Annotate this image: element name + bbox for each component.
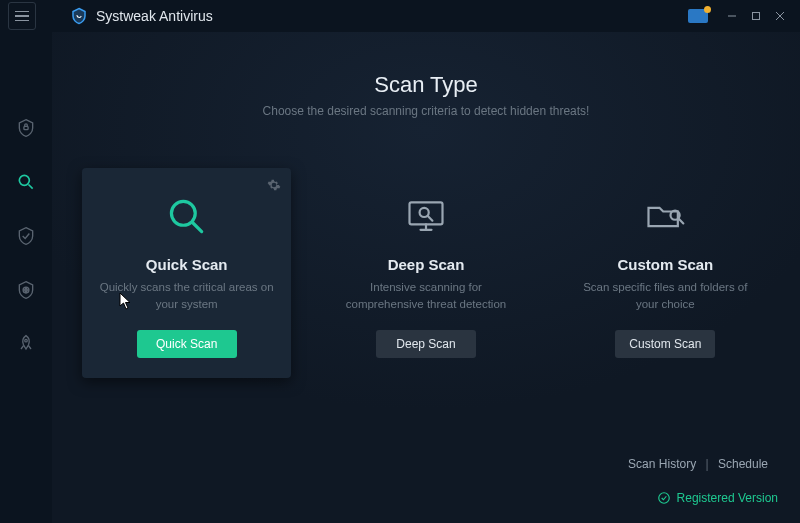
sidebar (0, 32, 52, 523)
svg-line-16 (428, 216, 433, 221)
search-icon (165, 190, 209, 244)
menu-button[interactable] (8, 2, 36, 30)
custom-scan-button[interactable]: Custom Scan (615, 330, 715, 358)
registered-label: Registered Version (677, 491, 778, 505)
card-title: Deep Scan (388, 256, 465, 273)
folder-scan-icon (643, 190, 687, 244)
divider: | (705, 457, 708, 471)
card-title: Quick Scan (146, 256, 228, 273)
card-title: Custom Scan (617, 256, 713, 273)
svg-point-9 (25, 339, 28, 342)
upgrade-badge-icon[interactable] (688, 9, 708, 23)
gear-icon[interactable] (267, 178, 281, 196)
scan-cards: Quick Scan Quickly scans the critical ar… (82, 168, 770, 378)
main-content: Scan Type Choose the desired scanning cr… (52, 32, 800, 523)
minimize-button[interactable] (720, 4, 744, 28)
svg-rect-4 (24, 126, 28, 129)
card-desc: Scan specific files and folders of your … (575, 279, 755, 312)
maximize-button[interactable] (744, 4, 768, 28)
card-custom-scan[interactable]: Custom Scan Scan specific files and fold… (561, 168, 770, 378)
svg-point-5 (19, 175, 29, 185)
svg-line-6 (29, 185, 33, 189)
svg-point-19 (658, 493, 669, 504)
app-logo-icon (70, 7, 88, 25)
svg-rect-12 (409, 202, 442, 224)
svg-line-11 (192, 223, 201, 232)
sidebar-item-quarantine[interactable] (10, 220, 42, 252)
footer-links: Scan History | Schedule (628, 457, 768, 471)
page-subtitle: Choose the desired scanning criteria to … (263, 104, 590, 118)
close-button[interactable] (768, 4, 792, 28)
sidebar-item-scan[interactable] (10, 166, 42, 198)
svg-line-18 (679, 219, 684, 224)
sidebar-item-boost[interactable] (10, 328, 42, 360)
sidebar-item-protection[interactable] (10, 112, 42, 144)
card-deep-scan[interactable]: Deep Scan Intensive scanning for compreh… (321, 168, 530, 378)
card-quick-scan[interactable]: Quick Scan Quickly scans the critical ar… (82, 168, 291, 378)
title-bar: Systweak Antivirus (0, 0, 800, 32)
monitor-scan-icon (404, 190, 448, 244)
deep-scan-button[interactable]: Deep Scan (376, 330, 476, 358)
page-title: Scan Type (374, 72, 478, 98)
registered-badge: Registered Version (657, 491, 778, 505)
schedule-link[interactable]: Schedule (718, 457, 768, 471)
quick-scan-button[interactable]: Quick Scan (137, 330, 237, 358)
app-title: Systweak Antivirus (96, 8, 213, 24)
sidebar-item-web[interactable] (10, 274, 42, 306)
card-desc: Quickly scans the critical areas on your… (97, 279, 277, 312)
scan-history-link[interactable]: Scan History (628, 457, 696, 471)
svg-rect-1 (753, 13, 760, 20)
card-desc: Intensive scanning for comprehensive thr… (336, 279, 516, 312)
